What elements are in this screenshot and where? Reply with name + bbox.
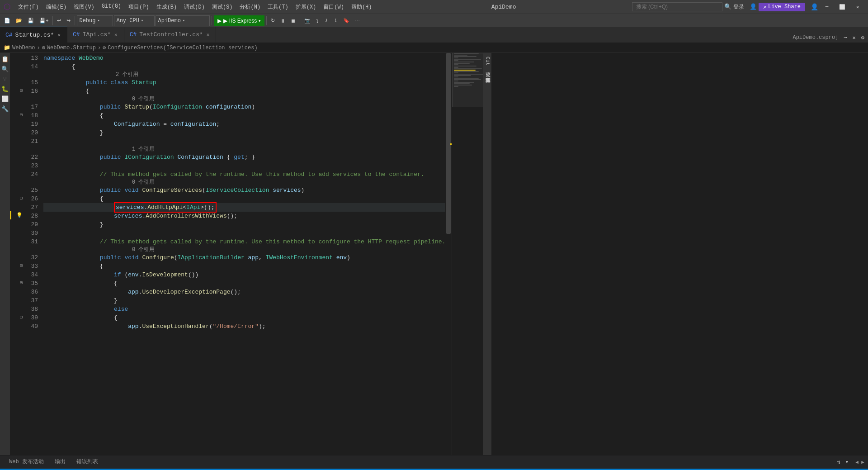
chevron-down-icon: ▾ [141, 18, 143, 23]
tab-label: TestController.cs* [139, 31, 203, 38]
project-dropdown[interactable]: ApiDemo ▾ [156, 15, 210, 26]
filter-dropdown[interactable]: ▾ [845, 459, 849, 465]
menu-tools[interactable]: 工具(T) [264, 2, 292, 12]
menu-test[interactable]: 测试(S) [208, 2, 236, 12]
chevron-down-icon: ▾ [183, 18, 185, 23]
menu-edit[interactable]: 编辑(E) [42, 2, 71, 12]
close-button[interactable]: ✕ [851, 2, 864, 12]
minimize-button[interactable]: ─ [820, 2, 834, 12]
new-file-button[interactable]: 📄 [2, 15, 13, 26]
undo-button[interactable]: ↩ [55, 15, 63, 26]
menu-file[interactable]: 文件(F) [14, 2, 42, 12]
collapse-icon[interactable]: ⊟ [20, 112, 23, 118]
vertical-scrollbar[interactable] [445, 53, 452, 455]
code-content[interactable]: namespace WebDemo { 2 个引用 public class S… [42, 53, 445, 455]
redo-button[interactable]: ↪ [64, 15, 73, 26]
bookmark-button[interactable]: 🔖 [341, 15, 352, 26]
debug-activity-icon[interactable]: 🐛 [0, 85, 9, 94]
tab-iapi-cs[interactable]: C# IApi.cs* ✕ [67, 27, 124, 43]
code-line-21 [43, 137, 445, 146]
platform-dropdown[interactable]: Any CPU ▾ [114, 15, 155, 26]
gutter-collapse-32[interactable]: ⊟ [10, 261, 24, 270]
tab-web-publish[interactable]: Web 发布活动 [4, 456, 49, 468]
toolbar: 📄 📂 💾 💾+ ↩ ↪ Debug ▾ Any CPU ▾ ApiDemo ▾… [0, 14, 868, 27]
stop-button[interactable]: ⏹ [288, 15, 298, 26]
settings-icon[interactable]: ⚙ [859, 33, 866, 42]
gutter-collapse-38[interactable]: ⊟ [10, 313, 24, 321]
open-button[interactable]: 📂 [14, 15, 24, 26]
screenshot-button[interactable]: 📷 [302, 15, 313, 26]
tab-testcontroller-cs[interactable]: C# TestController.cs* ✕ [124, 27, 217, 43]
minimap-viewport[interactable] [452, 53, 483, 107]
close-all-tabs-button[interactable]: ✕ [851, 33, 858, 42]
tab-csproj[interactable]: ApiDemo.csproj [791, 33, 840, 43]
team-explorer-panel-icon[interactable]: 团队资源管理器 [483, 72, 492, 76]
tab-error-list[interactable]: 错误列表 [71, 456, 104, 468]
gutter-line-18 [10, 119, 24, 128]
git-changes-panel-icon[interactable]: Git 更改 [483, 55, 492, 70]
search-icon[interactable]: 🔍 [724, 3, 731, 10]
gutter-line-20 [10, 136, 24, 145]
run-iis-button[interactable]: ▶ ▶ IIS Express ▾ [214, 15, 264, 26]
code-line-17: public Startup(IConfiguration configurat… [43, 103, 445, 111]
menu-analyze[interactable]: 分析(N) [236, 2, 264, 12]
menu-view[interactable]: 视图(V) [70, 2, 98, 12]
collapse-icon[interactable]: ⊟ [20, 195, 23, 201]
person-icon[interactable]: 👤 [811, 3, 818, 11]
menu-debug[interactable]: 调试(D) [180, 2, 208, 12]
collapse-icon[interactable]: ⊟ [20, 280, 23, 285]
git-icon[interactable]: ⑂ [0, 75, 9, 84]
gutter-line-22 [10, 161, 24, 169]
tab-close-button[interactable]: ✕ [206, 31, 211, 38]
refresh-button[interactable]: ↻ [269, 15, 277, 26]
tab-output[interactable]: 输出 [49, 456, 71, 468]
search-input[interactable] [632, 2, 722, 11]
gutter-line-16 [10, 95, 24, 103]
search-activity-icon[interactable]: 🔍 [0, 65, 9, 74]
menu-help[interactable]: 帮助(H) [348, 2, 376, 12]
step-into-button[interactable]: ⤸ [322, 15, 330, 26]
gutter-line-35 [10, 287, 24, 295]
gutter-line-30 [10, 237, 24, 245]
expand-tabs-button[interactable]: ⋯ [842, 33, 849, 42]
namespace-icon: ⚙ [42, 44, 45, 51]
code-editor[interactable]: ⊟ ⊟ ⊟ [10, 53, 452, 455]
menu-extensions[interactable]: 扩展(X) [292, 2, 320, 12]
menu-project[interactable]: 项目(P) [125, 2, 153, 12]
collapse-icon[interactable]: ⊟ [20, 314, 23, 320]
lightbulb-icon[interactable]: 💡 [16, 212, 23, 218]
live-share-button[interactable]: ↗ Live Share [759, 3, 805, 11]
save-button[interactable]: 💾 [25, 15, 36, 26]
gutter-refhint-32 [10, 254, 24, 261]
menu-build[interactable]: 生成(B) [153, 2, 181, 12]
cs-file-icon: C# [130, 31, 137, 38]
line-num-29: 29 [25, 220, 38, 229]
debug-config-dropdown[interactable]: Debug ▾ [77, 15, 113, 26]
tab-close-button[interactable]: ✕ [113, 31, 118, 38]
gutter-collapse-34[interactable]: ⊟ [10, 278, 24, 287]
code-line-33: { [43, 262, 445, 271]
tab-close-button[interactable]: ✕ [57, 32, 61, 38]
explorer-icon[interactable]: 📋 [0, 55, 9, 64]
more-button[interactable]: ⋯ [353, 15, 362, 26]
menu-window[interactable]: 窗口(W) [320, 2, 348, 12]
gutter-collapse-17[interactable]: ⊟ [10, 110, 24, 119]
pause-button[interactable]: ⏸ [278, 15, 288, 26]
menu-git[interactable]: Git(G) [98, 2, 125, 12]
extensions-icon[interactable]: ⬜ [0, 95, 9, 104]
breadcrumb-project[interactable]: WebDemo [12, 45, 35, 51]
restore-button[interactable]: ⬜ [835, 2, 849, 12]
breadcrumb-class[interactable]: WebDemo.Startup [47, 45, 96, 51]
gutter-collapse-25[interactable]: ⊟ [10, 194, 24, 202]
step-over-button[interactable]: ⤵ [314, 15, 321, 26]
tab-startup-cs[interactable]: C# Startup.cs* ✕ [0, 27, 67, 43]
save-all-button[interactable]: 💾+ [37, 15, 51, 26]
login-button[interactable]: 登录 [733, 3, 744, 11]
gutter-collapse-15[interactable]: ⊟ [10, 86, 24, 95]
tools-icon[interactable]: 🔧 [0, 104, 9, 114]
step-out-button[interactable]: ⤹ [331, 15, 340, 26]
breadcrumb-method[interactable]: ConfigureServices(IServiceCollection ser… [108, 45, 257, 51]
sort-icon[interactable]: ⇅ [837, 459, 840, 465]
collapse-icon[interactable]: ⊟ [20, 88, 23, 93]
collapse-icon[interactable]: ⊟ [20, 263, 23, 268]
